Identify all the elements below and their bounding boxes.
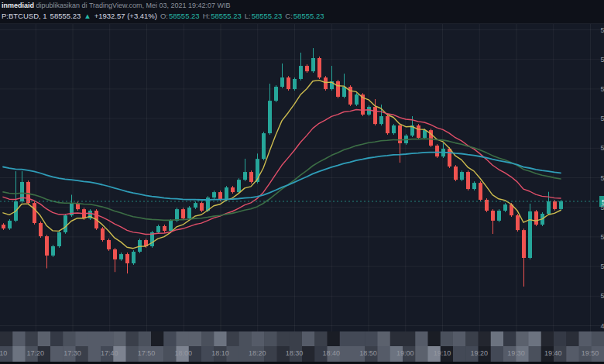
blur-block	[579, 331, 592, 346]
candle-up	[392, 125, 396, 133]
high-label: H:	[203, 12, 211, 20]
blur-block	[139, 331, 152, 346]
symbol-title[interactable]: P:BTCUSD, 1	[2, 12, 47, 20]
ema-fast-line	[3, 81, 561, 249]
candle-down	[373, 107, 377, 124]
price-axis-label: 5	[601, 174, 604, 182]
time-axis-label: 19:40	[544, 349, 562, 357]
candle-up	[268, 101, 272, 133]
candle-up	[503, 204, 507, 211]
blur-block	[264, 346, 277, 362]
candle-up	[311, 58, 315, 71]
blur-block	[378, 346, 391, 362]
blur-block	[189, 331, 202, 346]
candle-down	[491, 211, 495, 221]
price-axis-label: 5	[601, 85, 604, 93]
candle-up	[8, 221, 12, 228]
time-axis-label: 18:00	[174, 349, 192, 357]
candle-up	[355, 94, 359, 105]
candle-down	[163, 226, 166, 231]
blur-block	[113, 331, 126, 346]
price-axis-label: 4	[601, 322, 604, 330]
candle-up	[497, 211, 501, 221]
candle-down	[386, 116, 390, 133]
price-axis-label: 5	[601, 26, 604, 34]
blur-block	[453, 346, 466, 362]
time-axis-label: 18:30	[286, 349, 304, 357]
price-change: +1932.57 (+3.41%)	[94, 12, 157, 20]
blur-block	[264, 331, 277, 346]
open-label: O:	[160, 12, 168, 20]
blur-block	[227, 331, 240, 346]
blur-block	[415, 331, 428, 346]
blur-block	[566, 331, 579, 346]
candle-down	[287, 77, 290, 89]
blur-block	[302, 346, 315, 362]
candlestick-series	[2, 48, 563, 287]
blur-block	[0, 331, 13, 346]
publish-caption: inmediaid dipublikasikan di TradingView.…	[2, 2, 231, 9]
time-axis-label: 18:40	[322, 349, 340, 357]
ema-medium-line	[3, 110, 561, 235]
blur-block	[340, 346, 353, 362]
candle-down	[522, 230, 526, 258]
low-label: L:	[245, 12, 251, 20]
candle-up	[559, 201, 563, 209]
candle-up	[243, 172, 247, 180]
candle-down	[101, 228, 105, 240]
time-axis-label: 19:00	[396, 349, 414, 357]
blur-block	[50, 346, 63, 362]
close-label: C:	[285, 12, 293, 20]
blur-block	[453, 331, 466, 346]
time-axis-label: 17:40	[101, 349, 118, 357]
blur-block	[88, 346, 101, 362]
blur-block	[554, 331, 567, 346]
blur-block	[63, 331, 76, 346]
last-price: 58555.23	[50, 12, 81, 20]
blur-block	[503, 331, 516, 346]
price-axis[interactable]: 55555555554	[601, 26, 604, 330]
candle-down	[218, 192, 222, 200]
publish-info-text: dipublikasikan di TradingView.com, Mei 0…	[34, 2, 230, 9]
price-axis-label: 5	[601, 144, 604, 152]
candle-down	[417, 125, 420, 138]
candle-up	[225, 187, 228, 200]
time-axis-label: 17:30	[63, 349, 81, 357]
blur-block	[378, 331, 391, 346]
blur-block	[390, 331, 403, 346]
candle-up	[262, 133, 266, 159]
blur-block	[88, 331, 101, 346]
candle-up	[423, 130, 427, 138]
chart-canvas[interactable]: 58555.2317:1017:2017:3017:4017:5018:0018…	[0, 0, 604, 364]
candle-down	[181, 209, 185, 218]
time-axis-label: 19:30	[507, 349, 525, 357]
candle-down	[398, 125, 402, 143]
candle-up	[293, 79, 297, 89]
price-axis-label: 5	[601, 115, 604, 122]
blur-block	[479, 331, 492, 346]
blur-block	[340, 331, 353, 346]
blur-block	[428, 331, 441, 346]
candle-down	[26, 182, 30, 203]
blur-block	[328, 331, 341, 346]
candle-down	[435, 146, 439, 156]
time-axis-label: 17:20	[26, 349, 44, 357]
price-axis-label: 5	[601, 204, 604, 211]
candle-down	[479, 183, 482, 200]
candle-up	[51, 246, 55, 256]
candle-up	[342, 87, 346, 97]
blur-block	[201, 331, 214, 346]
blur-block	[214, 331, 227, 346]
blur-block	[365, 331, 378, 346]
time-axis-label: 17:50	[138, 349, 156, 357]
blur-block	[314, 331, 328, 346]
blur-block	[12, 346, 26, 362]
blur-block	[290, 331, 303, 346]
blur-block	[352, 331, 365, 346]
candle-down	[534, 211, 538, 225]
blur-block	[491, 346, 504, 362]
close-value: 58555.23	[293, 12, 324, 20]
blur-block	[415, 346, 428, 362]
candle-down	[336, 81, 340, 97]
high-value: 58555.23	[211, 12, 242, 20]
